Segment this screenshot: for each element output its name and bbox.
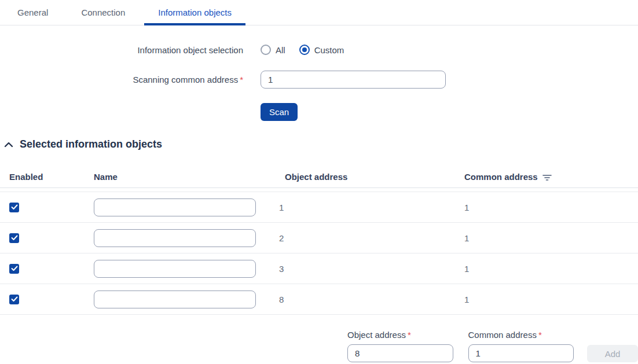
table-body: 1 1 2 1 3 1 8 1 [0, 192, 638, 315]
common-address-value: 1 [455, 203, 638, 212]
object-address-label-text: Object address [347, 330, 406, 340]
name-input[interactable] [94, 260, 256, 278]
name-input[interactable] [94, 229, 256, 247]
col-header-common-address: Common address [455, 168, 638, 182]
table-row: 3 1 [0, 253, 638, 284]
radio-all-label: All [276, 45, 285, 55]
table-row: 1 1 [0, 192, 638, 223]
scan-button[interactable]: Scan [261, 103, 298, 121]
tab-connection[interactable]: Connection [67, 0, 139, 25]
common-address-input[interactable] [468, 344, 574, 362]
scanning-address-label: Scanning common address* [0, 75, 243, 84]
object-address-label: Object address* [347, 330, 453, 340]
radio-all[interactable]: All [261, 45, 285, 55]
required-asterisk: * [538, 330, 542, 340]
tab-information-objects[interactable]: Information objects [144, 0, 245, 25]
table-header-row: Enabled Name Object address Common addre… [0, 168, 638, 188]
required-asterisk: * [240, 75, 243, 84]
selection-label: Information object selection [0, 45, 243, 55]
add-object-form: Object address* Common address* Add [347, 330, 638, 362]
enabled-checkbox[interactable] [9, 233, 19, 243]
filter-icon[interactable] [542, 174, 552, 181]
name-input[interactable] [94, 198, 256, 216]
object-address-value: 3 [270, 264, 455, 274]
enabled-checkbox[interactable] [9, 203, 19, 212]
tab-general[interactable]: General [3, 0, 62, 25]
required-asterisk: * [408, 330, 411, 340]
scanning-common-address-input[interactable] [261, 71, 446, 89]
section-title: Selected information objects [20, 138, 162, 150]
selection-radio-group: All Custom [261, 45, 344, 55]
enabled-checkbox[interactable] [9, 295, 19, 304]
object-address-input[interactable] [347, 344, 453, 362]
table-row: 2 1 [0, 223, 638, 253]
col-header-common-address-text: Common address [464, 172, 538, 182]
common-address-label: Common address* [468, 330, 574, 340]
name-input[interactable] [94, 291, 256, 308]
scanning-address-row: Scanning common address* [0, 71, 638, 89]
object-address-value: 8 [270, 295, 455, 304]
tab-bar: General Connection Information objects [0, 0, 638, 25]
object-address-value: 1 [270, 203, 455, 212]
radio-selected-icon[interactable] [299, 45, 310, 55]
chevron-up-icon[interactable] [4, 141, 13, 148]
common-address-label-text: Common address [468, 330, 537, 340]
col-header-enabled: Enabled [0, 168, 85, 182]
enabled-checkbox[interactable] [9, 264, 19, 274]
scanning-address-label-text: Scanning common address [133, 75, 238, 84]
radio-custom[interactable]: Custom [299, 45, 344, 55]
common-address-value: 1 [455, 295, 638, 304]
add-button[interactable]: Add [587, 345, 638, 362]
object-address-value: 2 [270, 233, 455, 243]
col-header-object-address: Object address [270, 168, 455, 182]
radio-unselected-icon[interactable] [261, 45, 271, 55]
common-address-value: 1 [455, 233, 638, 243]
col-header-name: Name [85, 168, 270, 182]
selected-objects-section-toggle[interactable]: Selected information objects [0, 138, 638, 150]
radio-custom-label: Custom [314, 45, 344, 55]
common-address-value: 1 [455, 264, 638, 274]
table-row: 8 1 [0, 284, 638, 315]
selection-row: Information object selection All Custom [0, 43, 638, 57]
